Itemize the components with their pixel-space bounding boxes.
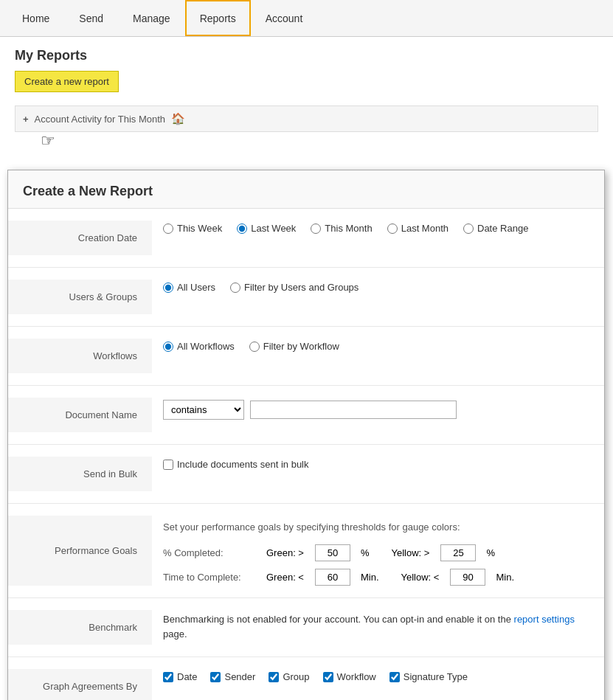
perf-completed-label: % Completed:	[163, 547, 252, 558]
perf-percent1: %	[361, 547, 370, 558]
create-report-modal: Create a New Report Creation Date This W…	[7, 170, 605, 700]
perf-yellow2-input[interactable]	[450, 569, 485, 586]
radio-this-month[interactable]: This Month	[311, 223, 372, 234]
performance-goals-label: Performance Goals	[8, 516, 152, 586]
creation-date-label: Creation Date	[8, 221, 152, 255]
perf-time-row: Time to Complete: Green: < Min. Yellow: …	[163, 569, 514, 586]
document-name-input[interactable]	[250, 401, 457, 419]
document-name-label: Document Name	[8, 398, 152, 432]
send-in-bulk-checkbox[interactable]	[163, 460, 173, 470]
performance-desc: Set your performance goals by specifying…	[163, 521, 460, 533]
nav-home[interactable]: Home	[7, 0, 64, 36]
graph-agreements-row: Graph Agreements By Date Sender	[8, 657, 604, 700]
graph-agreements-content: Date Sender Group Workflow	[152, 669, 604, 682]
graph-agreements-label: Graph Agreements By	[8, 669, 152, 700]
benchmark-text: Benchmarking is not enabled for your acc…	[163, 612, 593, 641]
radio-filter-by-workflow[interactable]: Filter by Workflow	[249, 341, 339, 352]
workflows-radio-group: All Workflows Filter by Workflow	[163, 341, 339, 352]
checkbox-sender-label[interactable]: Sender	[210, 671, 255, 682]
creation-date-row: Creation Date This Week Last Week	[8, 209, 604, 268]
home-icon: 🏠	[171, 112, 185, 125]
radio-filter-users-groups-input[interactable]	[230, 283, 240, 293]
perf-yellow-label: Yellow: >	[392, 547, 430, 558]
radio-all-users[interactable]: All Users	[163, 282, 215, 293]
document-name-row: Document Name contains starts with ends …	[8, 386, 604, 445]
report-settings-link[interactable]: report settings	[514, 614, 575, 625]
document-name-select[interactable]: contains starts with ends with equals	[163, 400, 244, 420]
workflows-label: Workflows	[8, 339, 152, 373]
benchmark-content: Benchmarking is not enabled for your acc…	[152, 610, 604, 641]
send-in-bulk-content: Include documents sent in bulk	[152, 457, 604, 470]
users-groups-row: Users & Groups All Users Filter by Users…	[8, 268, 604, 327]
benchmark-text-after: page.	[163, 628, 187, 640]
send-in-bulk-checkbox-label[interactable]: Include documents sent in bulk	[163, 459, 309, 470]
performance-goals-row: Performance Goals Set your performance g…	[8, 504, 604, 598]
checkbox-workflow[interactable]	[323, 672, 333, 682]
create-new-report-button[interactable]: Create a new report	[15, 71, 119, 92]
page-content: My Reports Create a new report ☞ + Accou…	[0, 37, 613, 700]
radio-last-month-input[interactable]	[387, 223, 398, 234]
checkbox-signature-type[interactable]	[389, 672, 400, 682]
plus-icon: +	[23, 114, 29, 125]
cursor-indicator: ☞	[41, 131, 55, 150]
radio-all-workflows-input[interactable]	[163, 342, 173, 352]
nav-manage[interactable]: Manage	[118, 0, 185, 36]
users-groups-label: Users & Groups	[8, 280, 152, 314]
radio-last-week[interactable]: Last Week	[237, 223, 296, 234]
checkbox-date-label[interactable]: Date	[163, 671, 197, 682]
benchmark-label: Benchmark	[8, 610, 152, 645]
creation-date-content: This Week Last Week This Month Last	[152, 221, 604, 234]
radio-all-workflows[interactable]: All Workflows	[163, 341, 235, 352]
perf-time-label: Time to Complete:	[163, 572, 252, 583]
perf-green2-label: Green: <	[266, 572, 304, 583]
users-groups-content: All Users Filter by Users and Groups	[152, 280, 604, 293]
radio-this-week-input[interactable]	[163, 223, 173, 234]
radio-last-month[interactable]: Last Month	[387, 223, 449, 234]
radio-filter-users-groups[interactable]: Filter by Users and Groups	[230, 282, 359, 293]
radio-date-range-input[interactable]	[463, 223, 474, 234]
radio-this-week[interactable]: This Week	[163, 223, 222, 234]
checkbox-workflow-label[interactable]: Workflow	[323, 671, 376, 682]
modal-title: Create a New Report	[8, 170, 604, 209]
nav-account[interactable]: Account	[251, 0, 318, 36]
account-activity-bar: + Account Activity for This Month 🏠	[15, 105, 598, 132]
radio-last-week-input[interactable]	[237, 223, 247, 234]
perf-green2-input[interactable]	[315, 569, 350, 586]
doc-name-controls: contains starts with ends with equals	[163, 400, 457, 420]
workflows-row: Workflows All Workflows Filter by Workfl…	[8, 327, 604, 386]
perf-yellow-input[interactable]	[440, 544, 476, 561]
creation-date-radio-group: This Week Last Week This Month Last	[163, 223, 528, 234]
checkbox-group-label[interactable]: Group	[269, 671, 309, 682]
radio-date-range[interactable]: Date Range	[463, 223, 528, 234]
page-title: My Reports	[15, 48, 598, 63]
perf-percent2: %	[486, 547, 495, 558]
send-in-bulk-row: Send in Bulk Include documents sent in b…	[8, 445, 604, 504]
graph-agreements-checkboxes: Date Sender Group Workflow	[163, 671, 468, 682]
perf-completed-row: % Completed: Green: > % Yellow: > %	[163, 544, 495, 561]
top-navigation: Home Send Manage Reports Account	[0, 0, 613, 37]
benchmark-row: Benchmark Benchmarking is not enabled fo…	[8, 598, 604, 657]
form-body: Creation Date This Week Last Week	[8, 209, 604, 700]
perf-yellow2-label: Yellow: <	[401, 572, 440, 583]
perf-min1: Min.	[361, 572, 379, 583]
nav-reports[interactable]: Reports	[185, 0, 251, 36]
users-groups-radio-group: All Users Filter by Users and Groups	[163, 282, 359, 293]
perf-min2: Min.	[496, 572, 514, 583]
checkbox-sender[interactable]	[210, 672, 221, 682]
account-activity-label: Account Activity for This Month	[35, 114, 166, 125]
workflows-content: All Workflows Filter by Workflow	[152, 339, 604, 352]
send-in-bulk-label: Send in Bulk	[8, 457, 152, 491]
benchmark-text-before: Benchmarking is not enabled for your acc…	[163, 614, 514, 625]
performance-goals-content: Set your performance goals by specifying…	[152, 516, 604, 586]
checkbox-signature-type-label[interactable]: Signature Type	[389, 671, 468, 682]
nav-send[interactable]: Send	[64, 0, 118, 36]
document-name-content: contains starts with ends with equals	[152, 398, 604, 420]
radio-all-users-input[interactable]	[163, 283, 173, 293]
perf-green-input[interactable]	[315, 544, 350, 561]
radio-filter-by-workflow-input[interactable]	[249, 342, 260, 352]
perf-green-label: Green: >	[266, 547, 304, 558]
radio-this-month-input[interactable]	[311, 223, 321, 234]
checkbox-group[interactable]	[269, 672, 279, 682]
checkbox-date[interactable]	[163, 672, 173, 682]
